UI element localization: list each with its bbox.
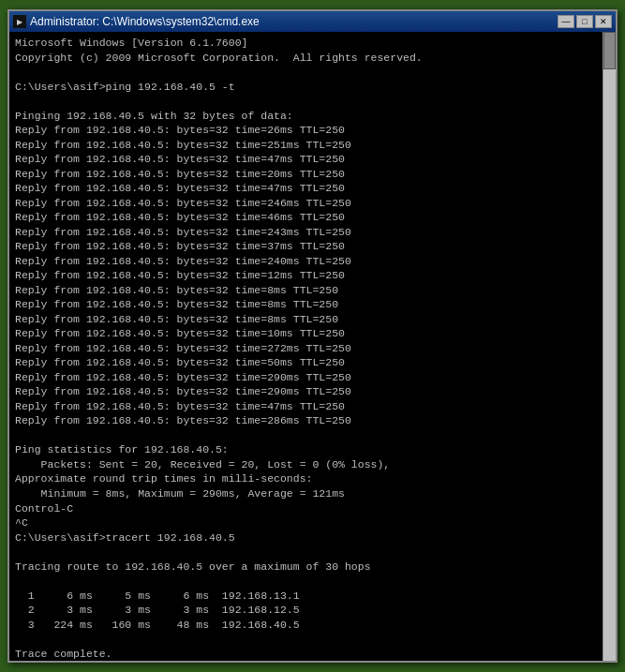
close-button[interactable]: ✕ xyxy=(595,15,612,28)
scrollbar-thumb[interactable] xyxy=(603,32,616,69)
minimize-button[interactable]: — xyxy=(558,15,574,28)
titlebar: Administrator: C:\Windows\system32\cmd.e… xyxy=(9,11,616,32)
terminal-area[interactable]: Microsoft Windows [Version 6.1.7600] Cop… xyxy=(9,32,616,661)
maximize-button[interactable]: □ xyxy=(576,15,593,28)
terminal-output: Microsoft Windows [Version 6.1.7600] Cop… xyxy=(15,36,610,661)
titlebar-left: Administrator: C:\Windows\system32\cmd.e… xyxy=(13,15,260,28)
cmd-icon xyxy=(13,15,26,28)
cmd-window: Administrator: C:\Windows\system32\cmd.e… xyxy=(7,9,618,663)
window-title: Administrator: C:\Windows\system32\cmd.e… xyxy=(30,15,260,28)
titlebar-buttons: — □ ✕ xyxy=(558,15,612,28)
scrollbar[interactable] xyxy=(603,32,616,661)
